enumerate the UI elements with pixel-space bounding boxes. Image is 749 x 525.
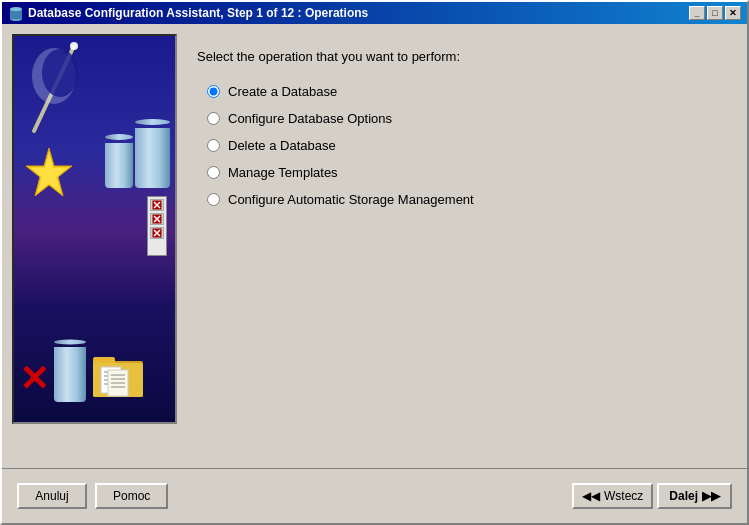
radio-configure-asm[interactable] (207, 193, 220, 206)
next-label: Dalej (669, 489, 698, 503)
svg-point-6 (42, 49, 78, 97)
checklist-icon (147, 196, 167, 256)
bottom-items: ✕ (14, 337, 175, 402)
radio-delete-database[interactable] (207, 139, 220, 152)
help-button[interactable]: Pomoc (95, 483, 168, 509)
folder-icon (91, 347, 146, 402)
star-icon (22, 146, 77, 201)
title-bar: Database Configuration Assistant, Step 1… (2, 2, 747, 24)
option-delete-database[interactable]: Delete a Database (207, 138, 717, 153)
label-delete-database: Delete a Database (228, 138, 336, 153)
svg-point-4 (70, 42, 78, 50)
check-row-2 (150, 213, 164, 225)
check-row-3 (150, 227, 164, 239)
bottom-cylinder (54, 337, 86, 402)
radio-create-database[interactable] (207, 85, 220, 98)
bottom-left-buttons: Anuluj Pomoc (17, 483, 168, 509)
content-area: ✕ (2, 24, 747, 468)
small-cylinder (105, 131, 133, 188)
window-title: Database Configuration Assistant, Step 1… (28, 6, 368, 20)
maximize-button[interactable]: □ (707, 6, 723, 20)
window-icon (8, 5, 24, 21)
options-list: Create a Database Configure Database Opt… (207, 84, 717, 207)
option-manage-templates[interactable]: Manage Templates (207, 165, 717, 180)
main-window: Database Configuration Assistant, Step 1… (0, 0, 749, 525)
back-arrow-icon: ◀◀ (582, 489, 600, 503)
large-cylinder (135, 116, 170, 188)
bottom-bar: Anuluj Pomoc ◀◀ Wstecz Dalej ▶▶ (2, 468, 747, 523)
next-button[interactable]: Dalej ▶▶ (657, 483, 732, 509)
label-configure-asm: Configure Automatic Storage Management (228, 192, 474, 207)
illustration-panel: ✕ (12, 34, 177, 424)
title-controls: _ □ ✕ (689, 6, 741, 20)
svg-point-2 (10, 7, 22, 11)
wand-icon (24, 41, 84, 151)
label-create-database: Create a Database (228, 84, 337, 99)
x-mark-icon: ✕ (19, 361, 49, 397)
cancel-button[interactable]: Anuluj (17, 483, 87, 509)
option-create-database[interactable]: Create a Database (207, 84, 717, 99)
instruction-text: Select the operation that you want to pe… (197, 49, 717, 64)
option-configure-asm[interactable]: Configure Automatic Storage Management (207, 192, 717, 207)
next-arrow-icon: ▶▶ (702, 489, 720, 503)
back-label: Wstecz (604, 489, 643, 503)
check-row-1 (150, 199, 164, 211)
minimize-button[interactable]: _ (689, 6, 705, 20)
right-panel: Select the operation that you want to pe… (177, 34, 737, 458)
close-button[interactable]: ✕ (725, 6, 741, 20)
label-manage-templates: Manage Templates (228, 165, 338, 180)
label-configure-db-options: Configure Database Options (228, 111, 392, 126)
radio-manage-templates[interactable] (207, 166, 220, 179)
back-button[interactable]: ◀◀ Wstecz (572, 483, 653, 509)
option-configure-db-options[interactable]: Configure Database Options (207, 111, 717, 126)
radio-configure-db-options[interactable] (207, 112, 220, 125)
bottom-right-buttons: ◀◀ Wstecz Dalej ▶▶ (572, 483, 732, 509)
cylinders-top (105, 116, 170, 188)
